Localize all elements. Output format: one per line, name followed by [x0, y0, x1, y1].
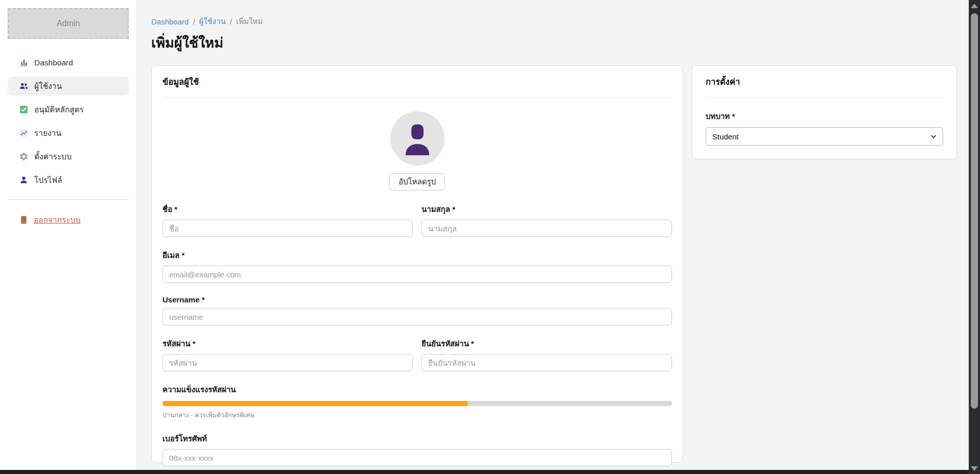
breadcrumb-users[interactable]: ผู้ใช้งาน — [199, 15, 226, 28]
phone-field[interactable] — [162, 449, 672, 466]
check-square-icon — [19, 105, 29, 114]
sidebar-item-users[interactable]: ผู้ใช้งาน — [8, 77, 129, 96]
brand-placeholder: Admin — [8, 8, 129, 39]
scroll-down-arrow-icon[interactable] — [971, 466, 978, 471]
sidebar-divider — [8, 199, 129, 200]
sidebar-nav: Dashboard ผู้ใช้งาน อนุมัติหลักสูตร รายง… — [8, 53, 129, 189]
strength-bar-track — [162, 401, 672, 406]
bar-chart-icon — [19, 58, 29, 67]
phone-label: เบอร์โทรศัพท์ — [162, 433, 672, 445]
breadcrumb-dashboard[interactable]: Dashboard — [151, 17, 189, 26]
strength-label: ความแข็งแรงรหัสผ่าน — [162, 384, 672, 396]
sidebar-item-system-settings[interactable]: ตั้งค่าระบบ — [8, 147, 129, 166]
sidebar-item-reports[interactable]: รายงาน — [8, 124, 129, 143]
upload-photo-button[interactable]: อัปโหลดรูป — [389, 173, 445, 191]
scrollbar-thumb[interactable] — [971, 13, 978, 409]
sidebar-item-label: อนุมัติหลักสูตร — [34, 103, 84, 116]
sidebar-item-approve-courses[interactable]: อนุมัติหลักสูตร — [8, 100, 129, 119]
card-divider — [162, 97, 672, 98]
main-content: Dashboard / ผู้ใช้งาน / เพิ่มใหม่ เพิ่มผ… — [137, 0, 969, 470]
sidebar-item-label: ตั้งค่าระบบ — [34, 150, 72, 163]
strength-helper-text: ปานกลาง - ควรเพิ่มตัวอักษรพิเศษ — [162, 410, 672, 420]
last-name-label: นามสกุล * — [422, 203, 672, 216]
email-field[interactable] — [162, 266, 672, 283]
sidebar-item-profile[interactable]: โปรไฟล์ — [8, 171, 129, 189]
settings-card-title: การตั้งค่า — [706, 75, 943, 97]
first-name-label: ชื่อ * — [162, 203, 413, 216]
last-name-field[interactable] — [422, 220, 672, 237]
door-icon — [19, 215, 29, 225]
sidebar-item-label: ผู้ใช้งาน — [34, 80, 62, 92]
avatar-section: อัปโหลดรูป — [162, 111, 672, 191]
email-label: อีเมล * — [162, 249, 672, 262]
avatar-person-icon — [390, 111, 445, 165]
vertical-scrollbar[interactable] — [969, 0, 980, 474]
sidebar-item-label: Dashboard — [34, 58, 73, 67]
page-title: เพิ่มผู้ใช้ใหม่ — [151, 32, 223, 54]
logout-link[interactable]: ออกจากระบบ — [8, 214, 129, 226]
breadcrumb-current: เพิ่มใหม่ — [236, 15, 263, 28]
person-icon — [19, 175, 29, 185]
line-chart-icon — [19, 128, 29, 138]
breadcrumb: Dashboard / ผู้ใช้งาน / เพิ่มใหม่ — [151, 15, 263, 28]
role-select[interactable]: Student — [706, 127, 943, 146]
first-name-field[interactable] — [162, 220, 413, 237]
username-field[interactable] — [162, 308, 672, 325]
user-info-card: ข้อมูลผู้ใช้ อัปโหลดรูป ชื่อ * — [151, 65, 683, 463]
password-strength-section: ความแข็งแรงรหัสผ่าน ปานกลาง - ควรเพิ่มตั… — [162, 384, 672, 420]
password-field[interactable] — [162, 354, 413, 371]
settings-card: การตั้งค่า บทบาท * Student — [692, 65, 957, 159]
breadcrumb-separator: / — [193, 17, 195, 26]
confirm-password-label: ยืนยันรหัสผ่าน * — [422, 338, 672, 350]
logout-label: ออกจากระบบ — [34, 214, 81, 226]
gear-icon — [19, 152, 29, 161]
sidebar: Admin Dashboard ผู้ใช้งาน อนุมัติหลักสูต… — [0, 0, 137, 470]
brand-label: Admin — [57, 19, 80, 28]
avatar — [390, 111, 445, 165]
username-label: Username * — [162, 295, 672, 304]
role-label: บทบาท * — [706, 110, 943, 123]
scroll-up-arrow-icon[interactable] — [971, 4, 978, 8]
admin-app: Admin Dashboard ผู้ใช้งาน อนุมัติหลักสูต… — [0, 0, 980, 474]
card-divider — [706, 97, 943, 98]
sidebar-item-label: รายงาน — [34, 127, 61, 139]
user-card-title: ข้อมูลผู้ใช้ — [162, 75, 672, 97]
sidebar-item-label: โปรไฟล์ — [34, 174, 62, 186]
taskbar-edge — [0, 470, 969, 474]
breadcrumb-separator: / — [230, 17, 232, 26]
users-icon — [19, 81, 29, 91]
sidebar-item-dashboard[interactable]: Dashboard — [8, 53, 129, 72]
password-label: รหัสผ่าน * — [162, 338, 413, 350]
strength-bar-fill — [162, 401, 468, 406]
confirm-password-field[interactable] — [422, 354, 672, 371]
user-form: ชื่อ * นามสกุล * อีเมล * Username * — [162, 203, 672, 466]
